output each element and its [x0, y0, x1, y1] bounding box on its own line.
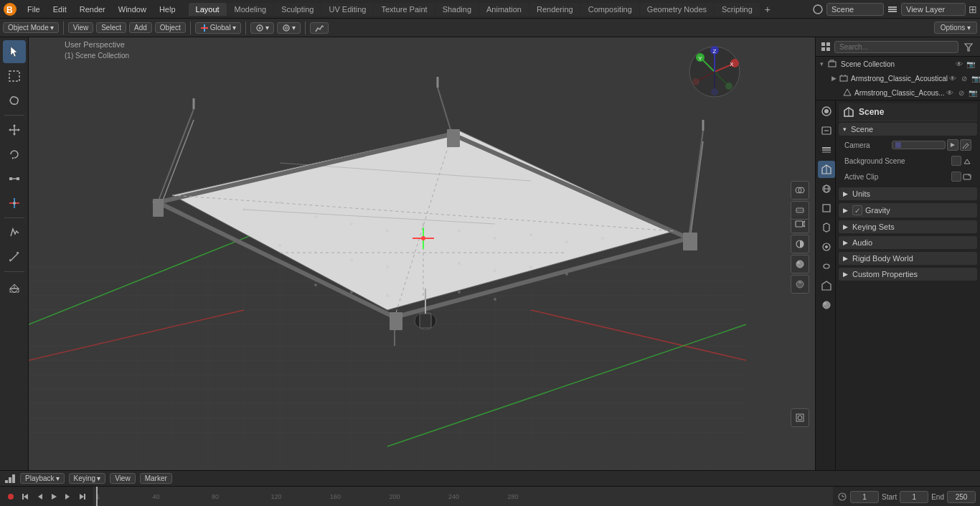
workspace-rendering[interactable]: Rendering	[529, 3, 580, 16]
timeline-playback-button[interactable]: Playback ▾	[20, 473, 65, 484]
props-tab-world[interactable]	[818, 180, 835, 197]
end-frame-input[interactable]	[947, 491, 976, 503]
add-workspace-button[interactable]: +	[760, 2, 775, 17]
navigation-gizmo[interactable]: X Y Z	[686, 43, 743, 100]
object-menu-button[interactable]: Object	[155, 22, 186, 33]
outliner-editor-icon[interactable]	[820, 41, 831, 52]
units-section-header[interactable]: ▶ Units	[839, 187, 977, 200]
select-tool[interactable]	[3, 65, 26, 88]
step-back-button[interactable]	[33, 490, 46, 503]
lasso-tool[interactable]	[3, 89, 26, 112]
outliner-search-input[interactable]	[834, 41, 958, 53]
rigid-body-header[interactable]: ▶ Rigid Body World	[839, 252, 977, 265]
step-forward-button[interactable]	[62, 490, 75, 503]
cursor-tool[interactable]	[3, 40, 26, 63]
props-tab-physics[interactable]	[818, 238, 835, 256]
start-frame-input[interactable]	[900, 491, 928, 503]
workspace-sculpting[interactable]: Sculpting	[274, 3, 321, 16]
workspace-uv-editing[interactable]: UV Editing	[321, 3, 373, 16]
gravity-section-header[interactable]: ▶ Gravity	[839, 203, 977, 217]
zoom-to-fit-button[interactable]	[791, 408, 809, 427]
workspace-compositing[interactable]: Compositing	[581, 3, 639, 16]
camera-value[interactable]	[892, 141, 946, 149]
options-button[interactable]: Options ▾	[934, 22, 977, 34]
item-0-visibility-icon[interactable]: 👁	[948, 73, 958, 83]
workspace-texture-paint[interactable]: Texture Paint	[374, 3, 434, 16]
background-scene-checkbox[interactable]	[951, 156, 961, 166]
audio-section-header[interactable]: ▶ Audio	[839, 236, 977, 249]
xray-button[interactable]	[791, 201, 809, 220]
select-menu-button[interactable]: Select	[96, 22, 126, 33]
camera-edit-button[interactable]	[960, 139, 971, 151]
transform-orientation-button[interactable]: Global ▾	[195, 22, 241, 34]
jump-end-button[interactable]	[76, 490, 89, 503]
record-button[interactable]	[4, 490, 17, 503]
props-tab-data[interactable]	[818, 277, 835, 294]
outliner-item-1[interactable]: Armstrong_Classic_Acous... 👁 ⊘ 📷	[839, 85, 980, 100]
overlay-button[interactable]	[310, 22, 329, 34]
workspace-animation[interactable]: Animation	[479, 3, 529, 16]
timeline-frame-area[interactable]: 1 40 80 120 160 200 240 280	[93, 487, 833, 506]
overlay-button[interactable]	[791, 181, 809, 200]
outliner-item-0[interactable]: ▶ Armstrong_Classic_Acoustical 👁 ⊘ 📷	[827, 71, 980, 85]
collection-render-icon[interactable]: 📷	[966, 59, 976, 69]
view-layer-selector[interactable]	[901, 3, 966, 16]
props-tab-render[interactable]	[818, 103, 835, 120]
shading-button[interactable]	[791, 235, 809, 253]
timeline-marker-button[interactable]: Marker	[140, 473, 172, 484]
workspace-geometry-nodes[interactable]: Geometry Nodes	[640, 3, 714, 16]
props-tab-constraints[interactable]	[818, 258, 835, 275]
props-tab-material[interactable]	[818, 296, 835, 314]
outliner-scene-collection[interactable]: ▾ Scene Collection 👁 📷	[816, 57, 980, 71]
collection-visibility-icon[interactable]: 👁	[954, 59, 964, 69]
scale-tool[interactable]	[3, 167, 26, 190]
item-1-disable-icon[interactable]: ⊘	[956, 88, 966, 98]
menu-render[interactable]: Render	[74, 4, 111, 15]
snap-button[interactable]: ▾	[250, 22, 274, 34]
workspace-scripting[interactable]: Scripting	[715, 3, 760, 16]
jump-start-button[interactable]	[19, 490, 32, 503]
camera-browse-button[interactable]	[947, 139, 958, 151]
active-clip-checkbox[interactable]	[951, 172, 961, 182]
solid-shading-button[interactable]	[791, 275, 809, 294]
props-tab-output[interactable]	[818, 122, 835, 139]
props-tab-scene[interactable]	[818, 161, 835, 178]
workspace-modeling[interactable]: Modeling	[227, 3, 274, 16]
item-0-render-icon[interactable]: 📷	[971, 73, 980, 83]
gravity-checkbox[interactable]	[852, 205, 862, 215]
filter-icon[interactable]: ⊞	[969, 4, 977, 15]
workspace-shading[interactable]: Shading	[435, 3, 479, 16]
custom-props-header[interactable]: ▶ Custom Properties	[839, 268, 977, 281]
current-frame-input[interactable]	[850, 491, 879, 503]
add-menu-button[interactable]: Add	[129, 22, 152, 33]
proportional-edit-button[interactable]: ▾	[277, 22, 301, 34]
outliner-filter-button[interactable]	[961, 39, 976, 54]
scene-selector[interactable]	[826, 3, 884, 16]
props-tab-object[interactable]	[818, 200, 835, 217]
add-cube-tool[interactable]	[3, 275, 26, 298]
item-1-render-icon[interactable]: 📷	[968, 88, 978, 98]
item-1-visibility-icon[interactable]: 👁	[945, 88, 955, 98]
rotate-tool[interactable]	[3, 143, 26, 166]
move-tool[interactable]	[3, 118, 26, 141]
viewport-3d[interactable]: User Perspective (1) Scene Collection X …	[29, 37, 815, 470]
props-tab-modifiers[interactable]	[818, 219, 835, 236]
timeline-view-button[interactable]: View	[110, 473, 136, 484]
play-button[interactable]	[47, 490, 60, 503]
object-mode-button[interactable]: Object Mode ▾	[3, 22, 59, 33]
menu-help[interactable]: Help	[154, 4, 182, 15]
scene-section-header[interactable]: ▾ Scene	[839, 123, 977, 136]
props-tab-viewlayer[interactable]	[818, 141, 835, 159]
annotate-tool[interactable]	[3, 221, 26, 244]
item-0-disable-icon[interactable]: ⊘	[959, 73, 969, 83]
menu-file[interactable]: File	[22, 4, 46, 15]
menu-edit[interactable]: Edit	[47, 4, 72, 15]
transform-tool[interactable]	[3, 192, 26, 215]
measure-tool[interactable]	[3, 245, 26, 268]
timeline-keying-button[interactable]: Keying ▾	[69, 473, 106, 484]
keying-sets-header[interactable]: ▶ Keying Sets	[839, 220, 977, 233]
menu-window[interactable]: Window	[113, 4, 152, 15]
view-menu-button[interactable]: View	[68, 22, 94, 33]
workspace-layout[interactable]: Layout	[189, 3, 227, 16]
timeline-editor-icon[interactable]	[4, 473, 16, 484]
